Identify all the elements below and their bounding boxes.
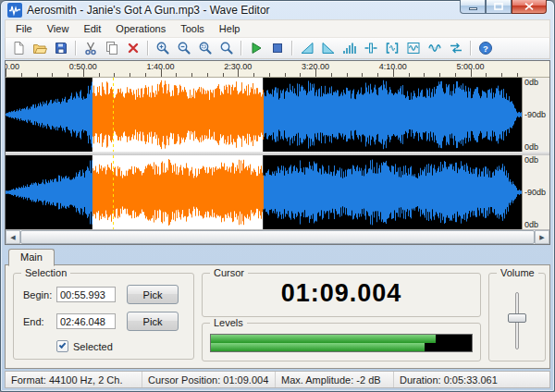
save-file-icon bbox=[54, 41, 68, 55]
maximize-button[interactable] bbox=[486, 0, 512, 14]
begin-input[interactable] bbox=[56, 287, 116, 302]
db-scale-left-channel: 0db -90db 0db bbox=[522, 78, 549, 152]
zoom-out-button[interactable] bbox=[174, 38, 194, 58]
play-icon bbox=[249, 41, 264, 55]
fade-out-button[interactable] bbox=[318, 38, 339, 58]
toolbar: ? bbox=[5, 37, 550, 59]
ruler-label: 5:00.00 bbox=[457, 62, 485, 71]
ruler-tick bbox=[68, 73, 68, 77]
window-controls bbox=[460, 0, 547, 14]
tab-main[interactable]: Main bbox=[8, 249, 55, 266]
db-label: -90db bbox=[524, 110, 546, 119]
insert-silence-button[interactable] bbox=[361, 38, 381, 58]
menu-help[interactable]: Help bbox=[212, 21, 248, 36]
volume-group-title: Volume bbox=[497, 267, 538, 278]
selected-checkbox[interactable] bbox=[56, 340, 68, 352]
volume-slider-thumb[interactable] bbox=[508, 313, 526, 323]
ruler-label: 0:50.00 bbox=[69, 62, 97, 71]
pick-end-button[interactable]: Pick bbox=[127, 312, 179, 331]
levels-group-title: Levels bbox=[210, 317, 247, 328]
ruler-tick bbox=[21, 73, 22, 77]
new-file-button[interactable] bbox=[8, 38, 29, 58]
ruler-tick bbox=[501, 73, 502, 77]
ruler-label: 4:10.00 bbox=[379, 62, 407, 71]
amplify-icon bbox=[342, 41, 357, 55]
zoom-all-icon bbox=[219, 41, 234, 55]
window-title: Aerosmith - Janie's Got A Gun.mp3 - Wave… bbox=[27, 4, 270, 17]
play-button[interactable] bbox=[246, 38, 266, 58]
minimize-icon bbox=[469, 7, 477, 10]
zoom-in-button[interactable] bbox=[153, 38, 173, 58]
amplify-button[interactable] bbox=[339, 38, 360, 58]
menu-tools[interactable]: Tools bbox=[173, 21, 212, 36]
ruler-tick bbox=[377, 73, 378, 77]
toolbar-separator bbox=[240, 41, 242, 55]
toolbar-separator bbox=[291, 41, 293, 55]
trim-button[interactable] bbox=[382, 38, 402, 58]
invert-wave-icon bbox=[427, 41, 442, 55]
end-label: End: bbox=[23, 316, 44, 327]
ruler-tick bbox=[207, 73, 208, 77]
invert-wave-button[interactable] bbox=[425, 38, 445, 58]
menu-view[interactable]: View bbox=[40, 21, 77, 36]
close-icon bbox=[524, 3, 534, 10]
ruler-tick bbox=[37, 73, 38, 77]
cut-icon bbox=[83, 41, 98, 55]
delete-button[interactable] bbox=[123, 38, 143, 58]
normalize-button[interactable] bbox=[403, 38, 424, 58]
trim-icon bbox=[385, 41, 400, 55]
titlebar[interactable]: Aerosmith - Janie's Got A Gun.mp3 - Wave… bbox=[1, 1, 554, 19]
copy-button[interactable] bbox=[102, 38, 122, 58]
waveform-area: 0:00.000:50.001:40.002:30.003:20.004:10.… bbox=[5, 60, 550, 245]
main-panel: Selection Begin: Pick End: Pick Selected… bbox=[5, 264, 550, 369]
db-label: 0db bbox=[524, 155, 538, 165]
waveform-right-channel[interactable] bbox=[6, 155, 522, 229]
copy-icon bbox=[105, 41, 119, 55]
ruler-tick bbox=[176, 73, 177, 77]
ruler-label: 1:40.00 bbox=[146, 62, 174, 71]
cut-button[interactable] bbox=[80, 38, 101, 58]
level-bar-left-channel bbox=[211, 335, 436, 343]
open-file-icon bbox=[32, 41, 47, 55]
zoom-out-icon bbox=[177, 41, 191, 55]
ruler-tick bbox=[223, 73, 224, 77]
horizontal-scrollbar[interactable]: ◀ ▶ bbox=[6, 229, 549, 244]
ruler-label: 2:30.00 bbox=[224, 62, 252, 71]
minimize-button[interactable] bbox=[460, 0, 486, 14]
menu-operations[interactable]: Operations bbox=[108, 21, 173, 36]
fade-in-icon bbox=[300, 41, 314, 55]
save-file-button[interactable] bbox=[51, 38, 71, 58]
fade-in-button[interactable] bbox=[297, 38, 317, 58]
stop-button[interactable] bbox=[267, 38, 288, 58]
menu-file[interactable]: File bbox=[8, 21, 40, 36]
menubar: File View Edit Operations Tools Help bbox=[5, 19, 550, 37]
open-file-button[interactable] bbox=[30, 38, 50, 58]
waveform-left-channel[interactable] bbox=[6, 78, 522, 152]
help-icon: ? bbox=[478, 41, 493, 55]
levels-group: Levels bbox=[202, 323, 481, 361]
timeline-ruler[interactable]: 0:00.000:50.001:40.002:30.003:20.004:10.… bbox=[6, 61, 549, 78]
zoom-in-icon bbox=[155, 41, 170, 55]
db-label: -90db bbox=[524, 188, 546, 197]
scroll-right-button[interactable]: ▶ bbox=[535, 230, 549, 244]
delete-icon bbox=[126, 41, 141, 55]
pick-begin-button[interactable]: Pick bbox=[127, 285, 179, 304]
begin-label: Begin: bbox=[23, 289, 52, 300]
zoom-selection-button[interactable] bbox=[195, 38, 216, 58]
insert-silence-icon bbox=[364, 41, 378, 55]
scroll-left-button[interactable]: ◀ bbox=[6, 230, 20, 244]
wave-editor-window: Aerosmith - Janie's Got A Gun.mp3 - Wave… bbox=[0, 0, 555, 392]
swap-channels-button[interactable] bbox=[446, 38, 466, 58]
db-label: 0db bbox=[524, 142, 538, 152]
volume-slider[interactable] bbox=[489, 288, 545, 353]
help-button[interactable]: ? bbox=[475, 38, 496, 58]
fade-out-icon bbox=[321, 41, 336, 55]
close-button[interactable] bbox=[512, 0, 547, 14]
menu-edit[interactable]: Edit bbox=[76, 21, 108, 36]
ruler-tick bbox=[486, 73, 487, 77]
level-bar-right-channel bbox=[211, 343, 425, 351]
zoom-all-button[interactable] bbox=[216, 38, 237, 58]
svg-text:?: ? bbox=[483, 43, 488, 54]
scrollbar-thumb[interactable] bbox=[20, 230, 535, 244]
end-input[interactable] bbox=[56, 313, 116, 329]
